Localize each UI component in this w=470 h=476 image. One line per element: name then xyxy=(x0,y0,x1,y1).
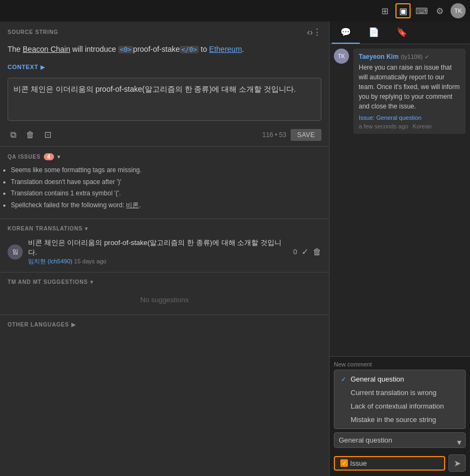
qa-issue-item: Spellcheck failed for the following word… xyxy=(11,200,321,212)
delete-translation-button[interactable]: 🗑 xyxy=(23,129,37,141)
save-button[interactable]: SAVE xyxy=(291,129,321,141)
comment-header: Taeyeon Kim (ty1108) ✓ xyxy=(359,53,460,60)
translation-item-meta: 임치현 (lch5490) 15 days ago xyxy=(28,257,288,266)
sidebar-icon[interactable]: ▣ xyxy=(395,3,411,18)
comment-time: a few seconds ago xyxy=(359,123,408,130)
keyboard-icon[interactable]: ⌨ xyxy=(414,3,429,18)
verified-icon: ✓ xyxy=(425,54,429,60)
char-word-count: 116 • 53 xyxy=(263,131,286,139)
comment-item: TK Taeyeon Kim (ty1108) ✓ Here you can r… xyxy=(334,49,466,134)
comment-type-select-wrapper: General question Current translation is … xyxy=(334,432,466,451)
right-tabs: 💬 📄 🔖 xyxy=(330,22,470,44)
translation-item-actions: 0 ✓ 🗑 xyxy=(293,247,321,257)
comment-handle: (ty1108) xyxy=(401,53,422,60)
qa-issue-item: Translation contains 1 extra symbol '('. xyxy=(11,188,321,200)
source-text: The Beacon Chain will introduce <0>proof… xyxy=(0,39,329,60)
context-row[interactable]: CONTEXT ▶ xyxy=(0,60,329,73)
qa-issues-chevron-icon: ▾ xyxy=(57,154,61,160)
copy-source-button[interactable]: ⧉ xyxy=(8,129,19,141)
comment-language: Korean xyxy=(413,123,432,130)
translator-handle-link[interactable]: 임치현 (lch5490) xyxy=(28,258,74,264)
dropdown-item-context[interactable]: Lack of contextual information xyxy=(334,399,465,413)
no-suggestions: No suggestions xyxy=(0,287,329,312)
comment-input-area: New comment ✓ General question Current t… xyxy=(330,356,470,476)
check-icon: ✓ xyxy=(341,376,347,383)
translation-item-text: 비콘 체인은 이더리움의 proof-of-stake(알고리즘의 한 종류)에… xyxy=(28,238,288,257)
bookmark-tab[interactable]: 🔖 xyxy=(388,22,416,44)
tm-suggestions-chevron-icon: ▾ xyxy=(90,279,93,285)
more-options-button[interactable]: ⋮ xyxy=(313,27,321,37)
delete-suggestion-button[interactable]: 🗑 xyxy=(313,247,321,257)
tm-suggestions-label: TM AND MT SUGGESTIONS xyxy=(8,279,88,285)
tag-close: </0> xyxy=(180,46,199,53)
right-panel: 💬 📄 🔖 TK Taeyeon Kim (ty1108) ✓ Here you… xyxy=(330,22,470,476)
context-arrow-icon: ▶ xyxy=(41,64,45,70)
beacon-chain-link: Beacon Chain xyxy=(23,45,70,53)
dropdown-item-label: General question xyxy=(351,375,404,383)
translator-avatar: 임 xyxy=(8,244,23,260)
translation-area[interactable]: 비콘 체인은 이더리움의 proof-of-stake(알고리즘의 한 종류)에… xyxy=(8,78,321,121)
ethereum-link: Ethereum xyxy=(209,45,242,53)
translation-item: 임 비콘 체인은 이더리움의 proof-of-stake(알고리즘의 한 종류… xyxy=(0,234,329,270)
qa-issues-header[interactable]: QA ISSUES 4 ▾ xyxy=(0,149,329,162)
layout-icon[interactable]: ⊞ xyxy=(377,3,392,18)
other-languages-label: OTHER LANGUAGES xyxy=(8,322,69,328)
commenter-avatar: TK xyxy=(334,49,349,64)
comment-issue: Issue: General question xyxy=(359,114,460,121)
dropdown-item-source-mistake[interactable]: Mistake in the source string xyxy=(334,413,465,426)
issue-label-text: Issue xyxy=(350,459,367,467)
comment-bottom-row: ✓ Issue ➤ xyxy=(334,454,466,472)
dropdown-item-label: Lack of contextual information xyxy=(351,402,444,410)
other-languages-header[interactable]: OTHER LANGUAGES ▶ xyxy=(0,317,329,330)
dropdown-item-wrong-translation[interactable]: Current translation is wrong xyxy=(334,386,465,399)
main-content: SOURCE STRING ‹ › ⋮ The Beacon Chain wil… xyxy=(0,22,470,476)
send-button[interactable]: ➤ xyxy=(448,454,466,472)
dropdown-item-label: Mistake in the source string xyxy=(351,416,436,424)
context-label: CONTEXT xyxy=(8,64,38,70)
comment-body: Taeyeon Kim (ty1108) ✓ Here you can rais… xyxy=(353,49,466,134)
qa-issue-item: Translation doesn't have space after ')' xyxy=(11,176,321,188)
source-string-header: SOURCE STRING xyxy=(8,29,307,35)
other-languages-chevron-icon: ▶ xyxy=(71,322,76,328)
top-bar: ⊞ ▣ ⌨ ⚙ TK xyxy=(0,0,470,22)
comment-type-select[interactable]: General question Current translation is … xyxy=(334,432,466,448)
qa-issues-label: QA ISSUES xyxy=(8,154,41,160)
qa-issues-list: Seems like some formatting tags are miss… xyxy=(0,162,329,216)
left-panel: SOURCE STRING ‹ › ⋮ The Beacon Chain wil… xyxy=(0,22,330,476)
new-comment-label: New comment xyxy=(334,361,466,368)
info-tab[interactable]: 📄 xyxy=(360,22,388,44)
approve-button[interactable]: ✓ xyxy=(301,247,308,257)
korean-translations-header[interactable]: KOREAN TRANSLATIONS ▾ xyxy=(0,221,329,234)
qa-issues-badge: 4 xyxy=(44,153,53,160)
comments-area: TK Taeyeon Kim (ty1108) ✓ Here you can r… xyxy=(330,44,470,356)
korean-translations-chevron-icon: ▾ xyxy=(85,226,88,232)
tag-open: <0> xyxy=(118,46,133,53)
korean-translations-label: KOREAN TRANSLATIONS xyxy=(8,226,83,232)
comments-tab[interactable]: 💬 xyxy=(332,22,360,44)
comment-author: Taeyeon Kim xyxy=(359,53,399,60)
vote-count: 0 xyxy=(293,248,297,256)
tm-suggestions-header[interactable]: TM AND MT SUGGESTIONS ▾ xyxy=(0,275,329,287)
comment-type-dropdown-menu: ✓ General question Current translation i… xyxy=(334,370,466,429)
translation-toolbar: ⧉ 🗑 ⊡ 116 • 53 SAVE xyxy=(0,125,329,144)
dropdown-item-general[interactable]: ✓ General question xyxy=(334,372,465,386)
comment-meta: a few seconds ago Korean xyxy=(359,123,460,130)
qa-issue-item: Seems like some formatting tags are miss… xyxy=(11,165,321,176)
issue-checkbox[interactable]: ✓ xyxy=(340,459,348,467)
avatar[interactable]: TK xyxy=(451,3,466,18)
comment-text: Here you can raise an issue that will au… xyxy=(359,63,460,111)
issue-checkbox-label[interactable]: ✓ Issue xyxy=(334,456,445,471)
settings-icon[interactable]: ⚙ xyxy=(432,3,447,18)
dropdown-item-label: Current translation is wrong xyxy=(351,389,437,397)
history-button[interactable]: ⊡ xyxy=(42,128,54,141)
